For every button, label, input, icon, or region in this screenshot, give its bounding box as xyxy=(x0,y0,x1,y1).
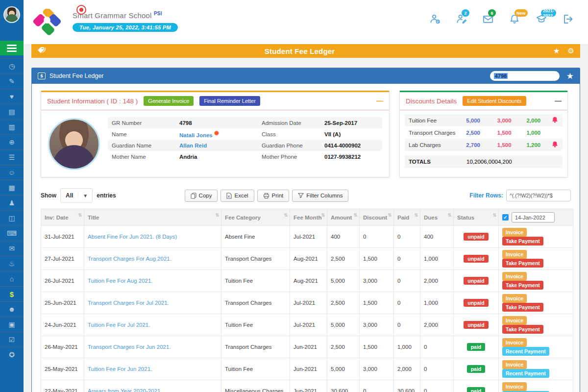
sidebar-item-health[interactable]: ♥ xyxy=(0,89,24,104)
invoice-button[interactable]: Invoice xyxy=(502,272,527,281)
col-dues[interactable]: Dues⇅ xyxy=(420,209,454,226)
fee-title-link[interactable]: Transport Charges For Aug 2021. xyxy=(88,256,172,262)
invoice-button[interactable]: Invoice xyxy=(502,338,527,347)
collapse-discounts-card-icon[interactable]: — xyxy=(555,97,562,105)
student-link[interactable]: Natali Jones✺ xyxy=(179,130,262,138)
category-cell: Tuition Fee xyxy=(221,270,290,292)
session-badge: 2021-2022 xyxy=(541,9,556,17)
panel-star-icon[interactable]: ★ xyxy=(566,71,574,81)
student-link[interactable]: Allan Reid xyxy=(179,143,262,148)
notifications-bell-icon[interactable]: New xyxy=(509,14,520,24)
fee-collection-icon: ▤ xyxy=(8,108,15,116)
col-amount[interactable]: Amount⇅ xyxy=(327,209,360,226)
sidebar-item-tasks[interactable]: ☑ xyxy=(0,332,24,347)
menu-toggle-button[interactable] xyxy=(0,41,24,55)
sidebar-item-online-classes[interactable]: ⌨ xyxy=(0,225,24,241)
sidebar-item-library[interactable]: ⌂ xyxy=(0,271,24,286)
sidebar-item-parents[interactable]: ☻ xyxy=(0,301,24,317)
title-cell: Transport Charges For Aug 2021. xyxy=(84,248,221,270)
table-row: 24-Jun-2021Tuition Fee For Jul 2021.Tuit… xyxy=(41,314,573,336)
fee-title-link[interactable]: Tuition Fee For Jun 2021. xyxy=(88,366,152,372)
sidebar-item-attendance[interactable]: ▦ xyxy=(0,180,24,195)
take-payment-button[interactable]: Take Payment xyxy=(502,325,543,334)
reminder-bell-icon[interactable] xyxy=(552,117,559,124)
gr-number-search-input[interactable]: 4798 xyxy=(490,71,560,81)
filter-rows-input[interactable] xyxy=(506,190,571,201)
print-button[interactable]: Print xyxy=(257,190,290,202)
favorite-star-icon[interactable]: ★ xyxy=(553,47,560,55)
settings-gear-icon[interactable]: ⚙ xyxy=(568,47,574,55)
flower-icon[interactable]: ✺ xyxy=(214,130,219,137)
copy-button[interactable]: Copy xyxy=(185,190,218,202)
filter-columns-button[interactable]: Filter Columns xyxy=(292,190,348,202)
recent-payment-button[interactable]: Recent Payment xyxy=(502,347,549,356)
student-attendance-icon[interactable] xyxy=(429,14,441,24)
sidebar-item-fee-collection[interactable]: ▤ xyxy=(0,104,24,119)
status-cell: unpaid xyxy=(454,226,499,248)
academic-session-icon[interactable]: 2021-2022 xyxy=(535,14,548,24)
col-inv-date[interactable]: Inv: Date⇅ xyxy=(41,209,84,226)
collapse-student-card-icon[interactable]: — xyxy=(376,97,383,105)
discount-name: Lab Charges xyxy=(409,142,466,148)
select-all-checkbox[interactable]: ✓ xyxy=(502,214,509,220)
fee-title-link[interactable]: Tuition Fee For Aug 2021. xyxy=(88,278,153,284)
recent-payment-button[interactable]: Recent Payment xyxy=(502,369,549,378)
col-fee-category[interactable]: Fee Category⇅ xyxy=(221,209,290,226)
tags-icon[interactable] xyxy=(37,47,46,56)
amount-cell: 400 xyxy=(327,226,360,248)
invoice-button[interactable]: Invoice xyxy=(502,316,527,325)
printer-icon xyxy=(263,193,270,199)
messages-icon[interactable]: 6 xyxy=(482,14,494,24)
take-payment-button[interactable]: Take Payment xyxy=(502,237,543,245)
inv-date-cell: 22-May-2021 xyxy=(41,380,84,392)
sidebar-item-students[interactable]: ☺ xyxy=(0,165,24,180)
reminder-bell-icon[interactable] xyxy=(552,141,559,148)
logout-icon[interactable] xyxy=(563,14,574,24)
col-status[interactable]: Status⇅ xyxy=(454,209,499,226)
sidebar-item-certificates[interactable]: ▣ xyxy=(0,317,24,332)
discount-name: Tuition Fee xyxy=(409,118,466,123)
sidebar-item-gallery[interactable]: ◫ xyxy=(0,210,24,225)
entries-select[interactable]: All ▼ xyxy=(60,188,93,203)
status-cell: paid xyxy=(454,380,499,392)
sidebar-item-exams[interactable]: ☰ xyxy=(0,149,24,165)
paid-cell: 0 xyxy=(394,292,420,314)
invoice-button[interactable]: Invoice xyxy=(502,250,527,259)
take-payment-button[interactable]: Take Payment xyxy=(502,259,543,268)
invoice-button[interactable]: Invoice xyxy=(502,294,527,303)
sidebar-item-alumni[interactable]: ✪ xyxy=(0,347,24,362)
invoice-button[interactable]: Invoice xyxy=(502,360,527,369)
fee-title-link[interactable]: Absent Fine For Jun 2021. (8 Days) xyxy=(88,234,177,240)
sidebar-item-dashboard[interactable]: ◷ xyxy=(0,58,24,74)
fee-title-link[interactable]: Transport Charges For Jun 2021. xyxy=(88,344,171,350)
take-payment-button[interactable]: Take Payment xyxy=(502,303,543,312)
sidebar-item-hostel[interactable]: ♨ xyxy=(0,256,24,271)
sidebar-item-fee-ledger[interactable]: $ xyxy=(0,286,24,301)
discount-row: Lab Charges2,7001,5001,200 xyxy=(405,139,563,151)
edit-student-discounts-button[interactable]: Edit Student Discounts xyxy=(463,96,526,106)
student-edit-icon[interactable]: 2 xyxy=(456,14,467,24)
invoice-button[interactable]: Invoice xyxy=(502,382,527,391)
sidebar-item-payroll[interactable]: ✉ xyxy=(0,241,24,256)
final-reminder-letter-button[interactable]: Final Reminder Letter xyxy=(199,96,260,106)
generate-invoice-button[interactable]: Generate Invoice xyxy=(144,96,194,106)
col-paid[interactable]: Paid⇅ xyxy=(394,209,420,226)
payment-date-input[interactable] xyxy=(512,212,555,222)
sidebar-item-staff[interactable]: ♟ xyxy=(0,195,24,210)
actions-cell: InvoiceRecent Payment xyxy=(499,336,573,358)
sidebar-item-id-cards[interactable]: ▥ xyxy=(0,119,24,134)
col-title[interactable]: Title⇅ xyxy=(84,209,221,226)
funnel-icon xyxy=(298,193,304,198)
user-avatar[interactable] xyxy=(3,6,20,23)
excel-button[interactable]: Excel xyxy=(220,190,254,202)
fee-title-link[interactable]: Transport Charges For Jul 2021. xyxy=(88,300,169,306)
sidebar-item-web-portal[interactable]: ⊕ xyxy=(0,134,24,149)
take-payment-button[interactable]: Take Payment xyxy=(502,281,543,290)
sidebar-item-student-admission[interactable]: ✎ xyxy=(0,74,24,89)
fee-title-link[interactable]: Arrears from Year 2020-2021 xyxy=(88,388,160,392)
fee-title-link[interactable]: Tuition Fee For Jul 2021. xyxy=(88,322,150,328)
dues-cell: 0 xyxy=(420,336,454,358)
invoice-button[interactable]: Invoice xyxy=(502,228,527,237)
col-fee-month[interactable]: Fee Month⇅ xyxy=(290,209,327,226)
col-discount[interactable]: Discount⇅ xyxy=(360,209,394,226)
